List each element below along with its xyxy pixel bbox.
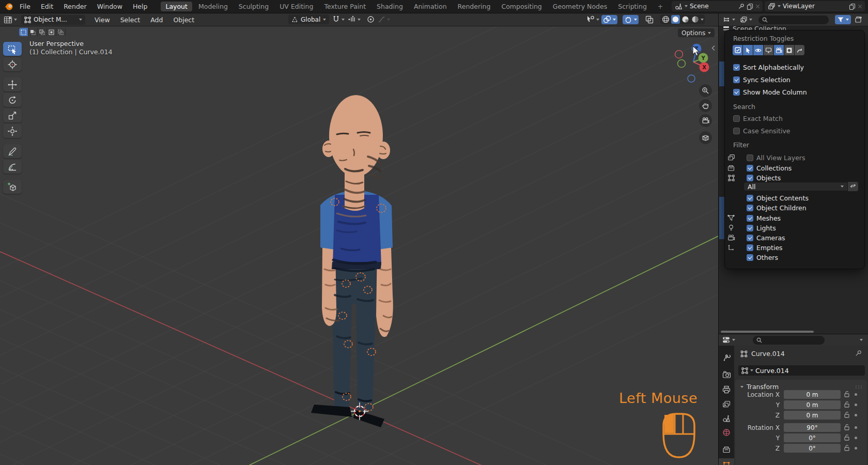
tool-add-cube[interactable] xyxy=(3,180,22,194)
menu-view[interactable]: View xyxy=(89,16,115,24)
tab-scene[interactable] xyxy=(719,412,734,425)
lock-icon[interactable] xyxy=(844,411,850,419)
transform-panel-header[interactable]: Transform xyxy=(740,383,779,391)
animate-dot[interactable] xyxy=(855,437,857,439)
filter-object-children[interactable]: Object Children xyxy=(747,204,807,212)
rotation-y-field[interactable]: 0° xyxy=(784,433,841,442)
properties-editor-type-button[interactable] xyxy=(722,336,735,344)
tab-geometry-nodes[interactable]: Geometry Nodes xyxy=(548,2,612,11)
filter-meshes[interactable]: Meshes xyxy=(727,214,781,222)
rotation-z-field[interactable]: 0° xyxy=(784,444,841,453)
rotation-x-field[interactable]: 90° xyxy=(784,423,841,432)
show-overlays-toggle[interactable] xyxy=(601,15,617,24)
filter-all-view-layers[interactable]: All View Layers xyxy=(727,153,805,162)
filter-collections[interactable]: Collections xyxy=(727,164,792,172)
camera-view-button[interactable] xyxy=(699,114,712,127)
options-button[interactable]: Options xyxy=(678,28,715,37)
ortho-toggle-button[interactable] xyxy=(699,131,712,144)
tool-select-box[interactable] xyxy=(3,42,22,56)
checkbox-checked-icon[interactable] xyxy=(747,165,753,172)
animate-dot[interactable] xyxy=(855,414,857,416)
option-sort-alphabetically[interactable]: Sort Alphabetically xyxy=(733,63,804,71)
filter-cameras[interactable]: Cameras xyxy=(727,234,785,242)
pin-icon[interactable] xyxy=(738,3,745,9)
tab-texture-paint[interactable]: Texture Paint xyxy=(319,2,370,11)
new-viewlayer-icon[interactable] xyxy=(849,3,856,10)
outliner-search-input[interactable] xyxy=(758,16,829,24)
pan-hand-button[interactable] xyxy=(699,99,712,112)
menu-edit[interactable]: Edit xyxy=(36,3,58,10)
checkbox-checked-icon[interactable] xyxy=(747,235,753,241)
shading-solid-icon[interactable] xyxy=(671,15,680,24)
show-gizmo-dropdown[interactable] xyxy=(586,15,599,24)
restriction-hide-eye-icon[interactable] xyxy=(753,45,763,55)
tool-transform[interactable] xyxy=(3,124,22,138)
checkbox-checked-icon[interactable] xyxy=(747,195,753,202)
tab-world[interactable] xyxy=(719,426,734,439)
lock-icon[interactable] xyxy=(844,391,850,398)
tool-rotate[interactable] xyxy=(3,93,22,107)
xray-squares-icon[interactable] xyxy=(645,15,654,24)
filter-lights[interactable]: Lights xyxy=(727,224,776,232)
tab-modeling[interactable]: Modeling xyxy=(194,2,233,11)
checkbox-checked-icon[interactable] xyxy=(733,64,740,71)
shading-wireframe-icon[interactable] xyxy=(661,15,670,24)
tab-tool[interactable] xyxy=(719,351,734,364)
objects-filter-dropdown[interactable]: All xyxy=(743,182,848,191)
checkbox-checked-icon[interactable] xyxy=(747,205,753,211)
checkbox-checked-icon[interactable] xyxy=(733,76,740,83)
tab-compositing[interactable]: Compositing xyxy=(497,2,546,11)
menu-help[interactable]: Help xyxy=(128,3,153,10)
tab-render[interactable] xyxy=(719,368,734,381)
tab-object[interactable] xyxy=(719,458,734,465)
restriction-render-disable-icon[interactable] xyxy=(774,45,784,55)
tab-layout[interactable]: Layout xyxy=(161,2,192,11)
new-scene-icon[interactable] xyxy=(747,3,753,10)
tool-move[interactable] xyxy=(3,78,22,91)
checkbox-checked-icon[interactable] xyxy=(733,89,740,96)
proportional-falloff-icon[interactable] xyxy=(378,16,390,23)
restriction-indirect-only-icon[interactable] xyxy=(795,45,804,55)
checkbox-checked-icon[interactable] xyxy=(747,225,753,231)
tab-uv-editing[interactable]: UV Editing xyxy=(275,2,318,11)
pin-id-icon[interactable] xyxy=(855,350,862,357)
restriction-holdout-icon[interactable] xyxy=(784,45,794,55)
select-mode-invert[interactable] xyxy=(47,28,56,36)
outliner-display-mode-dropdown[interactable] xyxy=(723,16,735,24)
tool-annotate[interactable] xyxy=(3,144,22,158)
snap-target-icon[interactable] xyxy=(348,16,361,23)
add-workspace-button[interactable]: + xyxy=(653,2,668,11)
animate-dot[interactable] xyxy=(855,447,857,450)
menu-file[interactable]: File xyxy=(14,3,36,10)
select-mode-new[interactable] xyxy=(19,28,28,36)
xray-toggle[interactable] xyxy=(623,15,639,24)
animate-dot[interactable] xyxy=(855,426,857,429)
character-model[interactable] xyxy=(0,26,718,465)
viewlayer-selector[interactable]: ViewLayer xyxy=(765,1,865,11)
lock-icon[interactable] xyxy=(844,434,850,441)
menu-object[interactable]: Object xyxy=(168,16,199,24)
shading-material-icon[interactable] xyxy=(681,15,690,24)
select-mode-intersect[interactable] xyxy=(56,28,66,36)
tab-scripting[interactable]: Scripting xyxy=(613,2,652,11)
properties-options-chevron[interactable] xyxy=(860,339,863,341)
option-show-mode-column[interactable]: Show Mode Column xyxy=(733,88,807,96)
checkbox-checked-icon[interactable] xyxy=(747,215,753,222)
tab-collection[interactable] xyxy=(719,443,734,456)
tool-cursor[interactable] xyxy=(3,57,22,71)
unlink-scene-icon[interactable] xyxy=(755,4,760,9)
lock-icon[interactable] xyxy=(844,424,850,431)
filter-objects[interactable]: Objects xyxy=(727,174,781,182)
tool-scale[interactable] xyxy=(3,109,22,122)
tab-output[interactable] xyxy=(719,383,734,396)
animate-dot[interactable] xyxy=(855,404,857,406)
tab-animation[interactable]: Animation xyxy=(409,2,452,11)
object-name-field[interactable]: Curve.014 xyxy=(738,365,865,376)
checkbox-unchecked-icon[interactable] xyxy=(733,128,740,134)
viewport-3d[interactable]: User Perspective (1) Collection | Curve.… xyxy=(0,26,718,465)
scene-selector[interactable]: Scene xyxy=(672,1,763,11)
location-x-field[interactable]: 0 m xyxy=(784,390,841,399)
properties-search-input[interactable] xyxy=(753,336,825,345)
shading-rendered-icon[interactable] xyxy=(691,15,700,24)
zoom-button[interactable] xyxy=(699,84,712,97)
